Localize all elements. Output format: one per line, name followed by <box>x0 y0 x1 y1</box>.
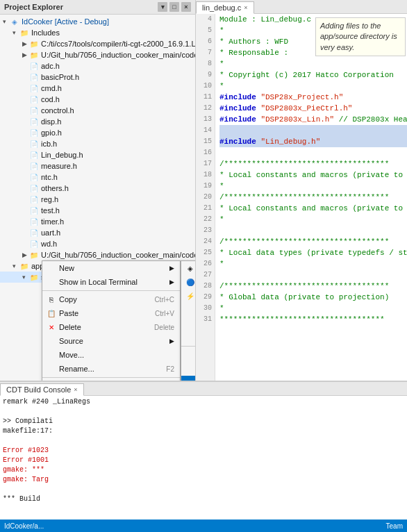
delete-shortcut: Delete <box>154 324 174 331</box>
tree-item-measure[interactable]: 📄 measure.h <box>0 160 195 172</box>
menu-item-rename[interactable]: Rename... F2 <box>42 362 180 376</box>
folder-icon-inc2: 📁 <box>29 50 39 60</box>
code-line-17: /************************************ <box>219 158 407 169</box>
submenu-item-ccs-project[interactable]: 🔵 CCS Project <box>181 275 196 289</box>
line-num-28: 28 <box>199 281 212 292</box>
menu-item-delete[interactable]: ✕ Delete Delete <box>42 320 180 334</box>
tree-item-inc3[interactable]: ▶ 📁 U:/Git_hub/7056_induction_cooker_mai… <box>0 249 195 260</box>
project-icon: ◈ <box>10 17 19 26</box>
code-line-20: /************************************ <box>219 192 407 203</box>
tree-label-conctrol: conctrol.h <box>41 106 74 115</box>
separator-2 <box>42 377 180 378</box>
submenu-item-file[interactable]: File <box>181 303 196 317</box>
editor-tab-lindebugc[interactable]: lin_debug.c × <box>196 1 254 14</box>
code-line-23 <box>219 225 407 236</box>
tree-label-uart: uart.h <box>41 228 60 237</box>
code-line-12: #include "DSP2803x_PieCtrl.h" <box>219 103 407 114</box>
file-icon-timer: 📄 <box>29 217 39 226</box>
console-content[interactable]: remark #240 _LinaRegs >> Compilati makef… <box>0 396 407 519</box>
line-num-20: 20 <box>199 192 212 203</box>
tree-item-cod[interactable]: 📄 cod.h <box>0 94 195 105</box>
tree-item-ntc[interactable]: 📄 ntc.h <box>0 172 195 183</box>
menu-item-copy[interactable]: ⎘ Copy Ctrl+C <box>42 292 180 306</box>
tree-item-icb[interactable]: 📄 icb.h <box>0 138 195 149</box>
tree-item-timer[interactable]: 📄 timer.h <box>0 216 195 227</box>
tree-item-others[interactable]: 📄 others.h <box>0 183 195 194</box>
folder-icon-inc1: 📁 <box>29 39 39 49</box>
code-line-8: * <box>219 58 407 69</box>
folder-icon-source: 📁 <box>29 272 39 282</box>
console-tab-close[interactable]: × <box>74 386 77 393</box>
submenu-item-class[interactable]: Class <box>181 348 196 362</box>
tree-item-disp[interactable]: 📄 disp.h <box>0 116 195 127</box>
project-explorer-title: Project Explorer <box>4 3 63 11</box>
menu-item-copy-label: Copy <box>59 295 140 304</box>
tree-item-uart[interactable]: 📄 uart.h <box>0 227 195 238</box>
tree-label-includes: Includes <box>31 28 60 37</box>
code-line-13: #include "DSP2803x_Lin.h" // DSP2803x He… <box>219 114 407 125</box>
menu-item-paste[interactable]: 📋 Paste Ctrl+V <box>42 306 180 320</box>
submenu-separator-1 <box>181 346 196 347</box>
class-icon <box>185 350 195 360</box>
submenu-item-project[interactable]: ◈ Project... <box>181 261 196 275</box>
line-num-10: 10 <box>199 81 212 92</box>
submenu-item-file-from-template[interactable]: File from Template <box>181 317 196 331</box>
tree-item-conctrol[interactable]: 📄 conctrol.h <box>0 105 195 116</box>
tree-item-inc2[interactable]: ▶ 📁 U:/Git_hub/7056_induction_cooker_mai… <box>0 49 195 60</box>
tree-item-gpio[interactable]: 📄 gpio.h <box>0 127 195 138</box>
menu-item-rename-label: Rename... <box>59 365 152 373</box>
menu-item-delete-label: Delete <box>59 323 140 331</box>
minimize-icon[interactable]: ▾ <box>158 2 167 12</box>
code-line-18: * Local constants and macros (private to… <box>219 169 407 181</box>
delete-icon: ✕ <box>47 322 56 332</box>
submenu-item-energia[interactable]: ⚡ Energia Sketch <box>181 289 196 303</box>
tree-label-idcooker: IdCooker [Active - Debug] <box>22 17 109 26</box>
tab-close-icon[interactable]: × <box>244 4 247 11</box>
tree-item-lindebug[interactable]: 📄 Lin_debug.h <box>0 149 195 160</box>
tree-label-measure: measure.h <box>41 162 77 170</box>
code-line-21: * Local constants and macros (private to… <box>219 203 407 214</box>
status-bar-team: Team <box>386 522 403 530</box>
close-icon[interactable]: × <box>181 2 191 12</box>
tree-item-includes[interactable]: ▾ 📁 Includes <box>0 27 195 38</box>
tree-label-inc2: U:/Git_hub/7056_induction_cooker_main/co… <box>41 51 195 59</box>
tree-label-icb: icb.h <box>41 140 57 148</box>
project-new-icon: ◈ <box>185 263 195 273</box>
code-lines: Module : Lin_debug.c * * Authors : WFD *… <box>215 14 407 381</box>
tree-item-cmd[interactable]: 📄 cmd.h <box>0 83 195 94</box>
menu-item-move[interactable]: Move... <box>42 348 180 362</box>
file-icon-others: 📄 <box>29 183 39 193</box>
file-icon-adc: 📄 <box>29 61 39 71</box>
tree-item-basicprot[interactable]: 📄 basicProt.h <box>0 72 195 83</box>
menu-item-new-label: New <box>59 264 167 272</box>
menu-item-show-terminal[interactable]: Show in Local Terminal ▶ <box>42 275 180 289</box>
tree-item-test[interactable]: 📄 test.h <box>0 205 195 216</box>
code-line-27 <box>219 269 407 281</box>
menu-item-import[interactable]: Import ▶ <box>42 379 180 381</box>
submenu-arrow-terminal: ▶ <box>169 279 174 285</box>
tree-item-wd[interactable]: 📄 wd.h <box>0 238 195 249</box>
submenu-item-source-file[interactable]: Source File <box>181 376 196 381</box>
menu-item-source-label: Source <box>59 337 167 345</box>
tree-item-adc[interactable]: 📄 adc.h <box>0 60 195 72</box>
console-tab-cdt-build[interactable]: CDT Build Console × <box>0 383 84 396</box>
line-num-19: 19 <box>199 181 212 192</box>
file-icon-measure: 📄 <box>29 161 39 171</box>
menu-item-new[interactable]: New ▶ <box>42 261 180 275</box>
tree-item-idcooker[interactable]: ▾ ◈ IdCooker [Active - Debug] <box>0 16 195 27</box>
console-line-8: gmake: *** <box>3 465 404 475</box>
submenu-item-header-file[interactable]: Header File <box>181 362 196 376</box>
line-num-18: 18 <box>199 169 212 181</box>
tree-item-reg[interactable]: 📄 reg.h <box>0 194 195 205</box>
menu-item-show-terminal-label: Show in Local Terminal <box>59 278 167 286</box>
console-line-10 <box>3 485 404 494</box>
submenu-item-folder[interactable]: Folder <box>181 331 196 344</box>
editor-content[interactable]: 4 5 6 7 8 9 10 11 12 13 14 15 16 17 18 1… <box>196 14 407 381</box>
code-line-29: * Global data (private to projection) <box>219 292 407 303</box>
tree-item-inc1[interactable]: ▶ 📁 C:/ti/ccs7/tools/compiler/ti-cgt-c20… <box>0 38 195 49</box>
rename-shortcut: F2 <box>166 365 174 373</box>
menu-item-source[interactable]: Source ▶ <box>42 334 180 348</box>
console-line-7: Error #1001 <box>3 456 404 465</box>
tree-label-cmd: cmd.h <box>41 84 62 92</box>
maximize-icon[interactable]: □ <box>169 2 179 12</box>
